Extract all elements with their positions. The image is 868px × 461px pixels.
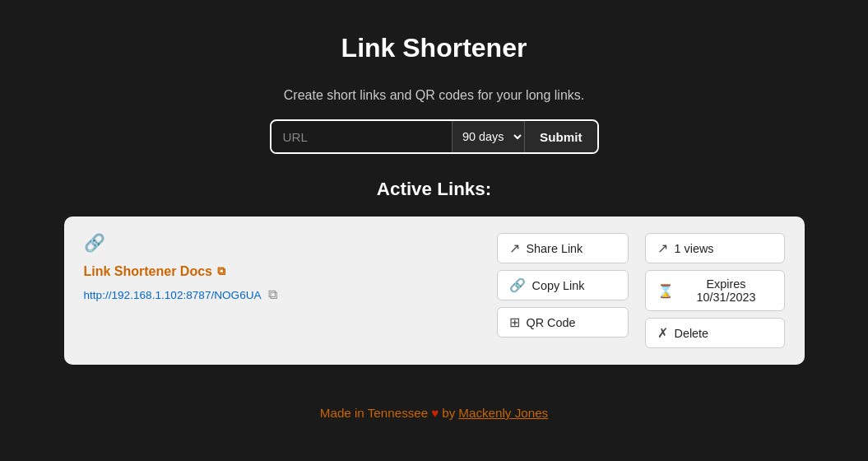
- qr-code-button[interactable]: ⊞ QR Code: [497, 307, 629, 338]
- active-links-title: Active Links:: [377, 179, 491, 200]
- footer-text: Made in Tennessee: [320, 406, 428, 420]
- url-input-row: 90 days 30 days 7 days 1 day Submit: [270, 119, 599, 154]
- qr-icon: ⊞: [509, 314, 520, 330]
- link-title[interactable]: Link Shortener Docs ⧉: [84, 264, 480, 279]
- link-card: 🔗 Link Shortener Docs ⧉ http://192.168.1…: [64, 217, 805, 365]
- link-info: 🔗 Link Shortener Docs ⧉ http://192.168.1…: [84, 233, 480, 302]
- copy-url-icon: ⧉: [268, 287, 277, 301]
- link-chain-icon: 🔗: [84, 233, 480, 253]
- expires-stat[interactable]: ⌛ Expires 10/31/2023: [645, 270, 785, 311]
- stats-buttons: ↗ 1 views ⌛ Expires 10/31/2023 ✗ Delete: [645, 233, 785, 348]
- subtitle: Create short links and QR codes for your…: [284, 88, 585, 103]
- action-buttons: ↗ Share Link 🔗 Copy Link ⊞ QR Code: [497, 233, 629, 338]
- days-select[interactable]: 90 days 30 days 7 days 1 day: [452, 121, 525, 152]
- external-link-icon: ⧉: [217, 265, 225, 278]
- views-icon: ↗: [657, 240, 668, 256]
- share-link-button[interactable]: ↗ Share Link: [497, 233, 629, 263]
- copy-url-button[interactable]: ⧉: [268, 287, 277, 302]
- page-title: Link Shortener: [341, 33, 527, 63]
- copy-link-button[interactable]: 🔗 Copy Link: [497, 270, 629, 300]
- short-url[interactable]: http://192.168.1.102:8787/NOG6UA: [84, 289, 262, 301]
- url-input[interactable]: [272, 122, 453, 152]
- views-stat[interactable]: ↗ 1 views: [645, 233, 785, 263]
- heart-icon: ♥: [431, 406, 439, 420]
- footer-author-link[interactable]: Mackenly Jones: [458, 406, 548, 420]
- delete-icon: ✗: [657, 325, 668, 341]
- share-icon: ↗: [509, 240, 520, 256]
- submit-button[interactable]: Submit: [525, 122, 596, 152]
- copy-link-icon: 🔗: [509, 277, 526, 293]
- footer-by: by: [442, 406, 455, 420]
- expires-icon: ⌛: [657, 283, 674, 299]
- footer: Made in Tennessee ♥ by Mackenly Jones: [320, 406, 548, 420]
- delete-button[interactable]: ✗ Delete: [645, 318, 785, 348]
